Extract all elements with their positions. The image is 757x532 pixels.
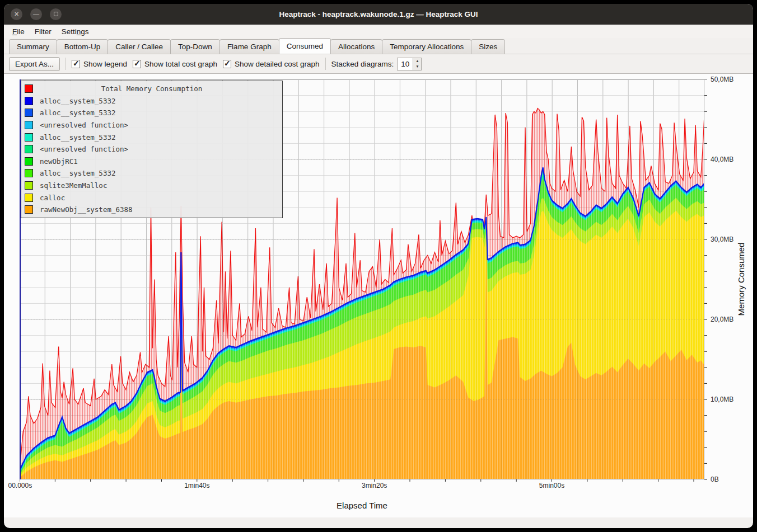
legend-label: calloc <box>40 194 65 202</box>
window-title: Heaptrack - heaptrack.wakunode.1.gz — He… <box>4 10 753 18</box>
legend-swatch <box>25 157 33 166</box>
x-axis-title: Elapsed Time <box>20 501 704 510</box>
legend-item-alloc-system-5332: alloc__system_5332 <box>25 167 279 180</box>
menu-item-file[interactable]: File <box>7 26 30 37</box>
checkbox-label: Show detailed cost graph <box>235 60 320 68</box>
legend-swatch <box>25 121 33 129</box>
checkbox-show-legend[interactable]: ✓Show legend <box>72 60 127 68</box>
legend-swatch <box>25 205 33 214</box>
maximize-icon[interactable] <box>50 8 62 20</box>
legend-swatch <box>25 169 33 177</box>
tab-top-down[interactable]: Top-Down <box>170 39 220 54</box>
y-axis-title: Memory Consumed <box>736 234 747 324</box>
tab-summary[interactable]: Summary <box>9 39 57 54</box>
x-tick-label: 3min20s <box>362 482 387 489</box>
legend-item-unresolved-function: <unresolved function> <box>25 143 279 156</box>
legend-swatch <box>25 181 33 190</box>
legend-label: alloc__system_5332 <box>40 109 115 117</box>
legend-item-unresolved-function: <unresolved function> <box>25 119 279 131</box>
y-tick-label: 20,0MB <box>711 316 733 323</box>
export-as-button[interactable]: Export As... <box>9 57 60 71</box>
checkbox-label: Show legend <box>83 60 127 68</box>
consumed-tab-page: 00.000s1min40s3min20s5min00s 0B10,0MB20,… <box>4 73 753 517</box>
checkbox-show-total-cost-graph[interactable]: ✓Show total cost graph <box>133 60 217 68</box>
legend-item-alloc-system-5332: alloc__system_5332 <box>25 95 279 107</box>
tab-sizes[interactable]: Sizes <box>471 39 505 54</box>
title-bar[interactable]: ✕ — Heaptrack - heaptrack.wakunode.1.gz … <box>4 4 753 25</box>
minimize-icon[interactable]: — <box>30 8 42 20</box>
tab-allocations[interactable]: Allocations <box>330 39 382 54</box>
chart-legend[interactable]: Total Memory Consumptionalloc__system_53… <box>21 81 283 218</box>
legend-item-alloc-system-5332: alloc__system_5332 <box>25 107 279 119</box>
legend-label: <unresolved function> <box>40 121 128 129</box>
checkbox-show-detailed-cost-graph[interactable]: ✓Show detailed cost graph <box>223 60 320 68</box>
y-tick-label: 0B <box>711 475 719 483</box>
stacked-diagrams-label: Stacked diagrams: <box>331 60 394 68</box>
legend-swatch <box>25 109 33 117</box>
tab-bar: SummaryBottom-UpCaller / CalleeTop-DownF… <box>4 38 753 54</box>
toolbar-separator <box>325 58 326 70</box>
checkbox-icon[interactable]: ✓ <box>133 60 141 68</box>
menu-bar: FileFilterSettings <box>4 25 753 38</box>
app-window: ✕ — Heaptrack - heaptrack.wakunode.1.gz … <box>4 4 753 528</box>
stacked-diagrams-value[interactable]: 10 <box>398 58 413 70</box>
tab-temporary-allocations[interactable]: Temporary Allocations <box>382 39 471 54</box>
toolbar: Export As... ✓Show legend✓Show total cos… <box>4 54 753 73</box>
menu-item-filter[interactable]: Filter <box>30 26 57 37</box>
legend-item-newobjrc1: newObjRC1 <box>25 156 279 168</box>
y-tick-label: 40,0MB <box>711 156 733 163</box>
legend-item-total-memory-consumption: Total Memory Consumption <box>25 83 279 95</box>
x-tick-label: 00.000s <box>8 482 32 489</box>
tab-caller-callee[interactable]: Caller / Callee <box>108 39 171 54</box>
checkbox-icon[interactable]: ✓ <box>223 60 231 68</box>
tab-flame-graph[interactable]: Flame Graph <box>219 39 279 54</box>
x-tick-label: 5min00s <box>539 482 564 489</box>
close-icon[interactable]: ✕ <box>11 8 22 20</box>
legend-item-sqlite3memmalloc: sqlite3MemMalloc <box>25 180 279 192</box>
legend-swatch <box>25 194 33 202</box>
legend-item-rawnewobj-system-6388: rawNewObj__system_6388 <box>25 204 279 216</box>
checkbox-label: Show total cost graph <box>144 60 217 68</box>
toolbar-separator <box>66 58 66 70</box>
spin-up-button[interactable]: ▲ <box>413 58 421 64</box>
legend-swatch <box>25 84 33 93</box>
legend-label: newObjRC1 <box>40 157 78 166</box>
legend-label: alloc__system_5332 <box>40 97 115 105</box>
tab-consumed[interactable]: Consumed <box>279 38 331 54</box>
legend-label: sqlite3MemMalloc <box>40 181 107 190</box>
legend-label: rawNewObj__system_6388 <box>40 205 133 214</box>
checkbox-icon[interactable]: ✓ <box>72 60 80 68</box>
spin-down-button[interactable]: ▼ <box>413 64 421 70</box>
legend-label: alloc__system_5332 <box>40 133 115 142</box>
stacked-diagrams-spinbox[interactable]: 10 ▲ ▼ <box>397 58 422 70</box>
x-tick-label: 1min40s <box>184 482 209 489</box>
legend-swatch <box>25 145 33 153</box>
legend-label: <unresolved function> <box>40 145 128 153</box>
legend-swatch <box>25 97 33 105</box>
tab-bottom-up[interactable]: Bottom-Up <box>57 39 109 54</box>
legend-item-calloc: calloc <box>25 191 279 204</box>
legend-swatch <box>25 133 33 142</box>
y-tick-label: 50,0MB <box>711 76 733 83</box>
y-tick-label: 30,0MB <box>711 236 733 243</box>
menu-item-settings[interactable]: Settings <box>57 26 94 37</box>
legend-label: alloc__system_5332 <box>40 169 115 177</box>
legend-item-alloc-system-5332: alloc__system_5332 <box>25 131 279 143</box>
y-tick-label: 10,0MB <box>711 396 733 403</box>
legend-label: Total Memory Consumption <box>40 84 264 93</box>
